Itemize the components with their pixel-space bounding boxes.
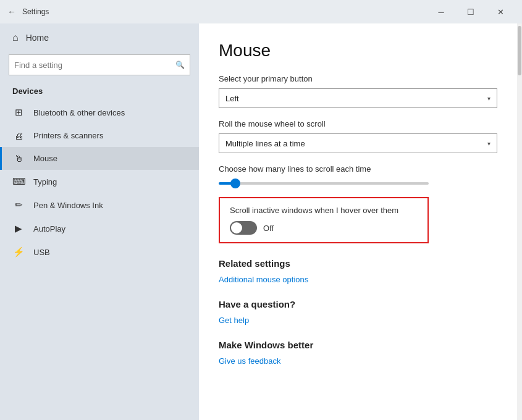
- sidebar-item-typing[interactable]: ⌨ Typing: [0, 170, 199, 193]
- scroll-wheel-value: Multiple lines at a time: [225, 139, 305, 148]
- sidebar-item-usb[interactable]: ⚡ USB: [0, 240, 199, 264]
- scroll-wheel-dropdown[interactable]: Multiple lines at a time ▾: [219, 133, 497, 153]
- sidebar-item-label: Typing: [33, 177, 57, 187]
- sidebar-search-box[interactable]: 🔍: [9, 54, 190, 75]
- keyboard-icon: ⌨: [12, 176, 25, 187]
- sidebar-section-title: Devices: [0, 83, 199, 101]
- close-button[interactable]: ✕: [486, 0, 515, 23]
- slider-thumb[interactable]: [230, 178, 240, 188]
- scroll-lines-section: Choose how many lines to scroll each tim…: [219, 164, 497, 185]
- related-settings-heading: Related settings: [219, 258, 497, 269]
- window-controls: ─ ☐ ✕: [427, 0, 515, 23]
- scrollbar-thumb[interactable]: [518, 26, 521, 75]
- sidebar-item-label: AutoPlay: [33, 224, 65, 233]
- sidebar-item-printers[interactable]: 🖨 Printers & scanners: [0, 124, 199, 147]
- minimize-button[interactable]: ─: [427, 0, 455, 23]
- sidebar-item-bluetooth[interactable]: ⊞ Bluetooth & other devices: [0, 101, 199, 124]
- search-icon: 🔍: [175, 61, 185, 69]
- primary-button-value: Left: [225, 94, 239, 103]
- chevron-down-icon: ▾: [487, 140, 490, 147]
- scroll-inactive-section: Scroll inactive windows when I hover ove…: [219, 197, 429, 243]
- content-area: Mouse Select your primary button Left ▾ …: [199, 23, 517, 420]
- chevron-down-icon: ▾: [487, 95, 490, 102]
- sidebar-item-autoplay[interactable]: ▶ AutoPlay: [0, 217, 199, 240]
- give-feedback-link[interactable]: Give us feedback: [219, 356, 497, 366]
- usb-icon: ⚡: [12, 246, 25, 258]
- additional-mouse-options-link[interactable]: Additional mouse options: [219, 275, 497, 284]
- back-button[interactable]: ←: [7, 7, 16, 17]
- printer-icon: 🖨: [12, 130, 25, 141]
- autoplay-icon: ▶: [12, 223, 25, 234]
- have-question-heading: Have a question?: [219, 299, 497, 309]
- sidebar-item-pen[interactable]: ✏ Pen & Windows Ink: [0, 193, 199, 217]
- scroll-inactive-title: Scroll inactive windows when I hover ove…: [230, 206, 418, 215]
- maximize-button[interactable]: ☐: [457, 0, 485, 23]
- scroll-lines-slider[interactable]: [219, 182, 429, 185]
- title-bar: ← Settings ─ ☐ ✕: [0, 0, 522, 23]
- mouse-icon: 🖱: [12, 153, 25, 164]
- home-icon: ⌂: [12, 32, 19, 43]
- sidebar-item-label: Printers & scanners: [33, 131, 103, 140]
- main-layout: ⌂ Home 🔍 Devices ⊞ Bluetooth & other dev…: [0, 23, 522, 420]
- bluetooth-icon: ⊞: [12, 107, 25, 118]
- make-windows-better-heading: Make Windows better: [219, 340, 497, 350]
- sidebar-item-label: USB: [33, 248, 50, 257]
- sidebar-item-label: Pen & Windows Ink: [33, 201, 103, 210]
- scrollbar-track[interactable]: [517, 23, 522, 420]
- pen-icon: ✏: [12, 200, 25, 211]
- sidebar-home[interactable]: ⌂ Home: [0, 23, 199, 52]
- content-wrapper: Mouse Select your primary button Left ▾ …: [199, 23, 522, 420]
- get-help-link[interactable]: Get help: [219, 316, 497, 325]
- sidebar-item-mouse[interactable]: 🖱 Mouse: [0, 147, 199, 170]
- scroll-wheel-label: Roll the mouse wheel to scroll: [219, 119, 497, 128]
- scroll-inactive-toggle[interactable]: [230, 221, 257, 235]
- toggle-state-label: Off: [263, 224, 274, 233]
- toggle-row: Off: [230, 221, 418, 235]
- page-title: Mouse: [219, 41, 497, 61]
- scroll-lines-label: Choose how many lines to scroll each tim…: [219, 164, 497, 174]
- sidebar: ⌂ Home 🔍 Devices ⊞ Bluetooth & other dev…: [0, 23, 199, 420]
- primary-button-dropdown[interactable]: Left ▾: [219, 88, 497, 108]
- sidebar-item-label: Bluetooth & other devices: [33, 108, 125, 117]
- sidebar-home-label: Home: [26, 33, 49, 43]
- primary-button-label: Select your primary button: [219, 74, 497, 83]
- sidebar-item-label: Mouse: [33, 154, 57, 163]
- title-bar-title: Settings: [22, 7, 427, 16]
- toggle-knob: [231, 222, 242, 233]
- search-input[interactable]: [14, 61, 172, 70]
